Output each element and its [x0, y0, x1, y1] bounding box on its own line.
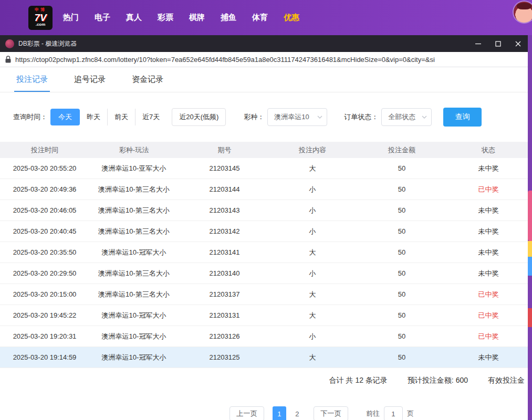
order-status-select[interactable]: 全部状态 [381, 108, 432, 126]
tab-1[interactable]: 投注记录 [14, 75, 50, 92]
top-nav-item[interactable]: 热门 [63, 13, 79, 23]
top-nav: 热门电子真人彩票棋牌捕鱼体育优惠 [63, 13, 299, 23]
prev-page-button[interactable]: 上一页 [230, 406, 264, 420]
cell-status: 未中奖 [449, 353, 528, 362]
table-row[interactable]: 2025-03-20 19:14:59 澳洲幸运10-冠军大小 21203125… [0, 347, 528, 368]
cell-status: 未中奖 [449, 227, 528, 236]
table-header-cell: 投注内容 [270, 145, 354, 155]
decor-blob [528, 308, 532, 327]
maximize-button[interactable] [488, 35, 508, 52]
cell-game-play: 澳洲幸运10-第三名大小 [89, 227, 179, 236]
cell-game-play: 澳洲幸运10-第三名大小 [89, 269, 179, 278]
time-filter-option[interactable]: 前天 [107, 109, 135, 125]
cell-game-play: 澳洲幸运10-冠军大小 [89, 332, 179, 341]
table-row[interactable]: 2025-03-20 20:49:36 澳洲幸运10-第三名大小 2120314… [0, 179, 528, 200]
time-filter-option[interactable]: 今天 [50, 109, 80, 125]
page-number[interactable]: 2 [290, 406, 304, 420]
tab-3[interactable]: 资金记录 [130, 75, 165, 92]
filter-bar: 查询时间： 今天昨天前天近7天近20天(低频) 彩种： 澳洲幸运10 订单状态：… [13, 108, 528, 127]
cell-bet-time: 2025-03-20 19:45:22 [0, 311, 89, 319]
page-numbers: 12 [273, 406, 304, 420]
table-row[interactable]: 2025-03-20 20:46:05 澳洲幸运10-第三名大小 2120314… [0, 200, 528, 221]
table-header-cell: 状态 [449, 145, 528, 155]
search-button[interactable]: 查询 [443, 108, 482, 127]
pagination: 上一页 12 下一页 前往 页 [230, 406, 528, 420]
top-nav-item[interactable]: 优惠 [284, 13, 299, 23]
top-nav-item[interactable]: 真人 [126, 13, 142, 23]
cell-status: 未中奖 [449, 269, 528, 278]
cell-issue-number: 21203141 [179, 248, 270, 256]
cell-game-play: 澳洲幸运10-第三名大小 [89, 206, 179, 215]
time-filter-option[interactable]: 近20天(低频) [172, 108, 226, 126]
top-nav-item[interactable]: 捕鱼 [221, 13, 236, 23]
app-icon [5, 39, 14, 48]
window-title-bar: DB彩票 - 极速浏览器 [0, 35, 528, 52]
close-button[interactable] [508, 35, 528, 52]
cell-bet-amount: 50 [354, 227, 449, 235]
tab-bar: 投注记录追号记录资金记录 [0, 67, 528, 92]
table-row[interactable]: 2025-03-20 20:15:00 澳洲幸运10-第三名大小 2120313… [0, 284, 528, 305]
cell-bet-time: 2025-03-20 19:20:31 [0, 332, 89, 340]
cell-issue-number: 21203126 [179, 332, 270, 340]
goto-page: 前往 页 [366, 406, 414, 420]
lottery-select[interactable]: 澳洲幸运10 [267, 108, 327, 126]
cell-bet-content: 小 [270, 185, 354, 194]
cell-issue-number: 21203137 [179, 290, 270, 298]
top-nav-item[interactable]: 棋牌 [189, 13, 205, 23]
cell-game-play: 澳洲幸运10-亚军大小 [89, 164, 179, 173]
top-nav-item[interactable]: 电子 [95, 13, 110, 23]
cell-issue-number: 21203131 [179, 311, 270, 319]
tab-2[interactable]: 追号记录 [72, 75, 108, 92]
site-logo[interactable]: 申博 7V .com [28, 6, 53, 30]
cell-status: 未中奖 [449, 248, 528, 257]
logo-bottom-text: .com [36, 23, 46, 27]
chevron-down-icon [317, 116, 322, 119]
table-row[interactable]: 2025-03-20 19:45:22 澳洲幸运10-冠军大小 21203131… [0, 305, 528, 326]
top-nav-item[interactable]: 体育 [252, 13, 268, 23]
cell-bet-amount: 50 [354, 164, 449, 172]
table-row[interactable]: 2025-03-20 20:29:50 澳洲幸运10-第三名大小 2120314… [0, 263, 528, 284]
table-row[interactable]: 2025-03-20 19:20:31 澳洲幸运10-冠军大小 21203126… [0, 326, 528, 347]
cell-bet-amount: 50 [354, 311, 449, 319]
window-controls [468, 35, 528, 52]
cell-bet-content: 大 [270, 164, 354, 173]
table-row[interactable]: 2025-03-20 20:40:45 澳洲幸运10-第三名大小 2120314… [0, 221, 528, 242]
cell-status: 已中奖 [449, 332, 528, 341]
cell-bet-time: 2025-03-20 19:14:59 [0, 353, 89, 361]
address-bar[interactable]: https://ctop02pchwp1.zfnc84.com/lottery/… [0, 52, 528, 67]
cell-bet-amount: 50 [354, 332, 449, 340]
top-nav-item[interactable]: 彩票 [158, 13, 173, 23]
cell-bet-amount: 50 [354, 269, 449, 277]
time-filter-option[interactable]: 近7天 [135, 109, 166, 125]
summary-bar: 合计 共 12 条记录 预计投注金额: 600 有效投注金 [0, 373, 528, 388]
cell-game-play: 澳洲幸运10-冠军大小 [89, 353, 179, 362]
page-number[interactable]: 1 [273, 406, 286, 420]
lottery-select-value: 澳洲幸运10 [274, 112, 309, 122]
window-title: DB彩票 - 极速浏览器 [18, 39, 77, 48]
time-filter-option[interactable]: 昨天 [80, 109, 107, 125]
logo-main-text: 7V [34, 13, 46, 23]
cell-status: 未中奖 [449, 206, 528, 215]
cell-issue-number: 21203145 [179, 164, 270, 172]
next-page-button[interactable]: 下一页 [314, 406, 348, 420]
cell-status: 已中奖 [449, 311, 528, 320]
goto-page-input[interactable] [384, 406, 403, 420]
table-row[interactable]: 2025-03-20 20:35:50 澳洲幸运10-冠军大小 21203141… [0, 242, 528, 263]
cell-bet-amount: 50 [354, 185, 449, 193]
table-header-row: 投注时间彩种-玩法期号投注内容投注金额状态 [0, 142, 528, 158]
background-page-strip [528, 35, 532, 420]
site-top-bar: 申博 7V .com 热门电子真人彩票棋牌捕鱼体育优惠 [0, 0, 532, 35]
cell-issue-number: 21203143 [179, 206, 270, 214]
minimize-button[interactable] [468, 35, 488, 52]
table-row[interactable]: 2025-03-20 20:55:20 澳洲幸运10-亚军大小 21203145… [0, 158, 528, 179]
expected-amount-text: 预计投注金额: 600 [408, 376, 468, 385]
lock-icon [5, 56, 11, 63]
cell-bet-time: 2025-03-20 20:49:36 [0, 185, 89, 193]
table-header-cell: 投注时间 [0, 145, 89, 155]
cell-bet-amount: 50 [354, 290, 449, 298]
cell-game-play: 澳洲幸运10-冠军大小 [89, 248, 179, 257]
user-avatar[interactable] [514, 2, 532, 23]
lottery-filter-label: 彩种： [244, 112, 264, 122]
cell-bet-amount: 50 [354, 353, 449, 361]
cell-game-play: 澳洲幸运10-第三名大小 [89, 185, 179, 194]
